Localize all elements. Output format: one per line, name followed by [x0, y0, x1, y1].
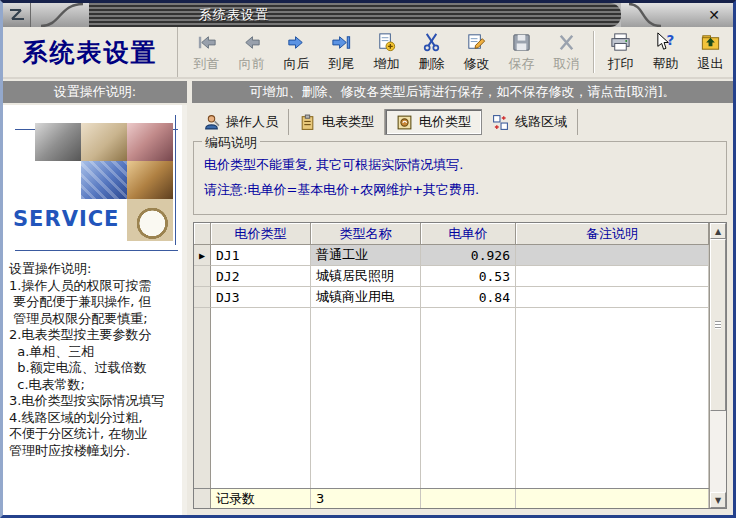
grid-footer: 记录数 3: [194, 488, 709, 508]
next-button[interactable]: 向后: [274, 28, 319, 76]
footer-selector: [194, 489, 211, 508]
next-icon: [285, 31, 308, 54]
scrollbar-grip: [715, 321, 721, 329]
scrollbar-track[interactable]: [710, 239, 726, 492]
current-row-arrow-icon: ▶: [199, 250, 205, 261]
record-count-label: 记录数: [211, 489, 311, 508]
cell-price[interactable]: 0.926: [421, 245, 516, 266]
titlebar-end: ✕: [621, 3, 733, 27]
cell-note[interactable]: [516, 266, 709, 287]
prev-button[interactable]: 向前: [229, 28, 274, 76]
cell-price[interactable]: 0.84: [421, 287, 516, 308]
cell-code[interactable]: DJ1: [211, 245, 311, 266]
exit-button[interactable]: 退出: [688, 28, 733, 76]
last-button[interactable]: 到尾: [319, 28, 364, 76]
line-area-icon: [492, 114, 509, 131]
encoding-notes-groupbox: 编码说明 电价类型不能重复, 其它可根据实际情况填写. 请注意:电单价=基本电价…: [193, 141, 727, 215]
toolbar-separator: [593, 31, 594, 73]
photo-pocket-watch: [127, 199, 173, 241]
column-header-name[interactable]: 类型名称: [311, 223, 421, 245]
save-button[interactable]: 保存: [499, 28, 544, 76]
price-type-icon: [396, 114, 413, 131]
cell-code[interactable]: DJ3: [211, 287, 311, 308]
titlebar-swoosh: [31, 3, 89, 27]
decor-line: [15, 250, 178, 251]
instructions-text: 设置操作说明: 1.操作人员的权限可按需 要分配便于兼职操作, 但 管理员权限分…: [9, 261, 178, 459]
operator-icon: [203, 114, 220, 131]
table-row[interactable]: DJ2 城镇居民照明 0.53: [194, 266, 709, 287]
tab-line-areas[interactable]: 线路区域: [482, 109, 578, 135]
photo-collage: SERVICE: [9, 111, 178, 251]
record-count-value: 3: [311, 489, 421, 508]
grid-empty-area: [194, 308, 709, 488]
add-icon: [375, 31, 398, 54]
photo-keyboard: [81, 161, 127, 199]
tab-operators[interactable]: 操作人员: [193, 109, 289, 135]
photo-pens: [127, 123, 173, 161]
row-selector: ▶: [194, 245, 211, 266]
footer-empty: [421, 489, 516, 508]
photo-pen: [81, 123, 127, 161]
grid-header: 电价类型 类型名称 电单价 备注说明: [194, 223, 709, 245]
save-icon: [510, 31, 533, 54]
toolbar-buttons: 到首 向前 向后 到尾: [178, 27, 733, 77]
titlebar-stripe-band: 系统表设置: [89, 3, 621, 27]
first-icon: [195, 31, 218, 54]
app-title-box: 系统表设置: [3, 27, 178, 77]
scroll-up-button[interactable]: ▲: [710, 223, 726, 239]
cancel-icon: [555, 31, 578, 54]
service-logo-text: SERVICE: [13, 207, 119, 231]
column-header-note[interactable]: 备注说明: [516, 223, 709, 245]
column-header-price[interactable]: 电单价: [421, 223, 516, 245]
delete-button[interactable]: 删除: [409, 28, 454, 76]
print-button[interactable]: 打印: [598, 28, 643, 76]
cell-price[interactable]: 0.53: [421, 266, 516, 287]
help-icon: ?: [654, 31, 677, 54]
header-bars: 设置操作说明: 可增加、删除、修改各类型后请进行保存，如不保存修改，请点击[取消…: [3, 81, 733, 103]
cell-note[interactable]: [516, 245, 709, 266]
row-selector: [194, 287, 211, 308]
cell-code[interactable]: DJ2: [211, 266, 311, 287]
footer-empty: [516, 489, 709, 508]
cell-name[interactable]: 普通工业: [311, 245, 421, 266]
tab-meter-types[interactable]: 电表类型: [289, 109, 385, 135]
cancel-button[interactable]: 取消: [544, 28, 589, 76]
add-button[interactable]: 增加: [364, 28, 409, 76]
cell-name[interactable]: 城镇居民照明: [311, 266, 421, 287]
scroll-down-button[interactable]: ▼: [710, 492, 726, 508]
meter-type-icon: [299, 114, 316, 131]
delete-icon: [420, 31, 443, 54]
app-window: 系统表设置 ✕ 系统表设置 到首: [0, 0, 736, 518]
content-area: SERVICE 设置操作说明: 1.操作人员的权限可按需 要分配便于兼职操作, …: [3, 105, 733, 515]
note-line-2: 请注意:电单价=基本电价+农网维护+其它费用.: [204, 177, 726, 202]
vertical-scrollbar[interactable]: ▲ ▼: [709, 223, 726, 508]
tab-price-types[interactable]: 电价类型: [385, 109, 482, 135]
notice-bar: 可增加、删除、修改各类型后请进行保存，如不保存修改，请点击[取消]。: [192, 81, 733, 103]
row-selector: [194, 266, 211, 287]
print-icon: [609, 31, 632, 54]
modify-icon: [465, 31, 488, 54]
first-button[interactable]: 到首: [184, 28, 229, 76]
groupbox-legend: 编码说明: [202, 134, 260, 152]
cell-name[interactable]: 城镇商业用电: [311, 287, 421, 308]
tab-bar: 操作人员 电表类型: [193, 109, 727, 135]
modify-button[interactable]: 修改: [454, 28, 499, 76]
table-row[interactable]: ▶ DJ1 普通工业 0.926: [194, 245, 709, 266]
exit-icon: [699, 31, 722, 54]
titlebar: 系统表设置 ✕: [3, 3, 733, 27]
main-panel: 操作人员 电表类型: [187, 105, 733, 515]
close-button[interactable]: ✕: [703, 6, 725, 24]
column-header-code[interactable]: 电价类型: [211, 223, 311, 245]
table-row[interactable]: DJ3 城镇商业用电 0.84: [194, 287, 709, 308]
sidebar-header: 设置操作说明:: [3, 81, 187, 103]
last-icon: [330, 31, 353, 54]
price-type-grid: 电价类型 类型名称 电单价 备注说明 ▶ DJ1 普通工业 0.926: [193, 222, 727, 509]
page-title: 系统表设置: [23, 36, 158, 69]
note-line-1: 电价类型不能重复, 其它可根据实际情况填写.: [204, 152, 726, 177]
selector-header: [194, 223, 211, 245]
photo-tools: [35, 123, 81, 161]
help-button[interactable]: ? 帮助: [643, 28, 688, 76]
decor-line: [175, 115, 176, 245]
cell-note[interactable]: [516, 287, 709, 308]
scrollbar-thumb[interactable]: [710, 239, 726, 411]
